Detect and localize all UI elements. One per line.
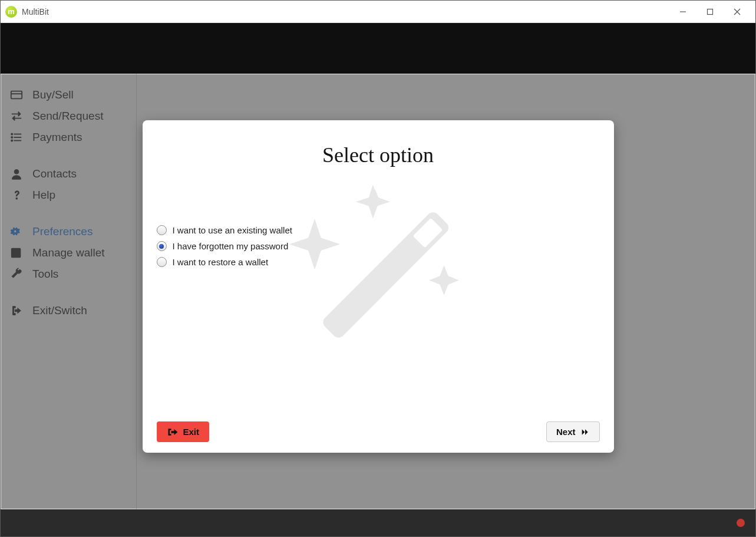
- magic-wand-icon: [272, 176, 484, 391]
- header-strip: [1, 23, 755, 74]
- exit-button-label: Exit: [183, 427, 200, 437]
- app-icon: [5, 6, 17, 18]
- window-maximize-button[interactable]: [696, 3, 724, 21]
- dialog-title: Select option: [157, 143, 600, 167]
- select-option-dialog: Select option I want to use an existi: [143, 120, 614, 453]
- window-close-button[interactable]: [724, 3, 751, 21]
- next-button[interactable]: Next: [546, 421, 600, 442]
- radio-icon: [157, 241, 167, 251]
- option-label: I have forgotten my password: [173, 241, 289, 251]
- radio-option-list: I want to use an existing wallet I have …: [157, 225, 600, 273]
- svg-rect-1: [708, 9, 713, 14]
- app-title: MultiBit: [22, 7, 49, 17]
- option-label: I want to restore a wallet: [173, 257, 269, 267]
- svg-marker-19: [363, 189, 387, 213]
- connection-status-indicator: [737, 519, 745, 527]
- titlebar: MultiBit: [1, 1, 755, 23]
- exit-button[interactable]: Exit: [157, 421, 210, 442]
- footer-bar: [1, 509, 755, 536]
- option-use-existing[interactable]: I want to use an existing wallet: [157, 225, 600, 235]
- radio-icon: [157, 257, 167, 267]
- radio-icon: [157, 225, 167, 235]
- chevrons-right-icon: [580, 428, 590, 436]
- modal-overlay: Select option I want to use an existi: [1, 74, 755, 509]
- app-window: MultiBit Buy/Sell: [0, 0, 756, 537]
- option-label: I want to use an existing wallet: [173, 225, 292, 235]
- window-minimize-button[interactable]: [669, 3, 696, 21]
- option-forgot-password[interactable]: I have forgotten my password: [157, 241, 600, 251]
- sign-out-icon: [167, 427, 179, 437]
- option-restore-wallet[interactable]: I want to restore a wallet: [157, 257, 600, 267]
- next-button-label: Next: [556, 427, 576, 437]
- svg-marker-17: [356, 185, 390, 219]
